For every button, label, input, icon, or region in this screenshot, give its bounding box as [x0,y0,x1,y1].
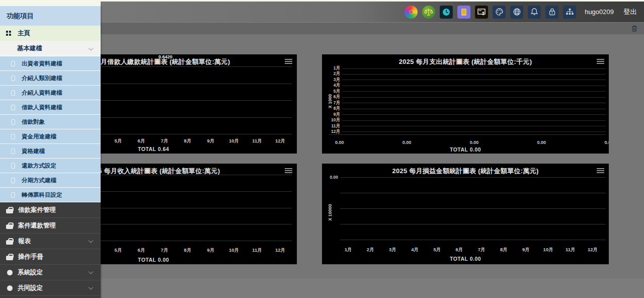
item-box-icon [11,148,15,154]
item-icon [6,238,13,245]
sidebar-submenu-label: 出資者資料建檔 [22,60,62,67]
item-icon [6,254,13,260]
sidebar-dark-label: 共同設定 [18,284,43,292]
sidebar-submenu-item[interactable]: 分期方式建檔 [0,173,101,188]
item-box-icon [11,105,15,110]
sidebar-group-basic[interactable]: 基本建檔 [0,41,101,56]
sidebar-submenu-item[interactable]: 還款方式設定 [0,159,101,173]
sidebar-top-strip [0,0,101,6]
item-box-icon [11,178,15,183]
sidebar-submenu-item[interactable]: 資金用途建檔 [0,129,101,144]
sidebar-dark-item[interactable]: 共同設定 [0,280,101,296]
item-icon [7,270,13,275]
item-icon [6,222,13,229]
username[interactable]: hugo0209 [585,8,614,16]
item-box-icon [11,90,15,96]
y-axis-tick: 0.00 [323,175,338,180]
sidebar-dark-label: 操作手冊 [18,253,43,261]
colorful-logo-icon[interactable]: ♥ [405,6,418,19]
sidebar-submenu-item[interactable]: 借款人資料建檔 [0,100,101,115]
chart-menu-icon[interactable] [597,168,604,174]
chevron-down-icon [89,238,94,243]
trash-icon[interactable] [631,25,638,32]
chart-menu-icon[interactable] [285,168,292,174]
sidebar-group-label: 基本建檔 [17,44,42,53]
chart-menu-icon[interactable] [597,59,604,65]
sidebar-submenu-label: 借款人資料建檔 [22,104,62,111]
sidebar-submenu-label: 介紹人類別建檔 [22,74,62,82]
sidebar-submenu-label: 還款方式設定 [22,162,56,170]
category-rows: 1月2月3月4月5月6月7月8月9月10月11月12月 [329,66,606,135]
y-axis-title: X 10000 [328,201,333,224]
chevron-down-icon [89,285,94,290]
sidebar-dark-item[interactable]: 報表 [0,234,101,249]
sidebar-submenu-label: 介紹人資料建檔 [22,89,62,97]
sidebar-submenu-label: 分期方式建檔 [22,177,56,184]
sidebar-submenu-item[interactable]: 出資者資料建檔 [0,56,101,71]
chart-total: TOTAL 0.00 [322,256,609,262]
sidebar-dark-item[interactable]: 借款案件管理 [0,202,101,218]
sidebar-item-home[interactable]: 主頁 [0,26,101,41]
sidebar-submenu: 出資者資料建檔 介紹人類別建檔 介紹人資料建檔 借款人資料建檔 借款對象 [0,56,101,202]
sidebar-dark-label: 借款案件管理 [18,206,56,214]
item-box-icon [11,163,15,169]
sitemap-icon[interactable] [563,6,576,19]
chevron-down-icon [89,45,94,50]
logout-button[interactable]: 登出 [623,8,637,17]
chart-total: TOTAL 0.00 [322,146,609,153]
item-box-icon [11,134,15,139]
globe-icon[interactable] [510,6,523,19]
sidebar-submenu-item[interactable]: 介紹人類別建檔 [0,71,101,86]
sidebar-dark-section: 借款案件管理 案件還款管理 報表 操作手冊 [0,202,101,296]
sidebar-submenu-item[interactable]: 介紹人資料建檔 [0,86,101,100]
sidebar-submenu-item[interactable]: 轉傳票科目設定 [0,188,101,202]
x-axis-labels: 1月2月3月4月5月6月7月8月9月10月11月12月 [337,247,604,253]
sidebar-submenu-label: 轉傳票科目設定 [22,191,62,199]
bell-icon[interactable] [528,6,541,19]
clock-icon[interactable] [440,6,453,19]
item-box-icon [11,76,15,81]
item-icon [7,285,13,291]
chart-title: 2025 每月支出統計圖表 (統計金額單位:千元) [322,57,609,66]
sidebar-dark-label: 報表 [18,237,31,246]
sidebar-submenu-item[interactable]: 借款對象 [0,115,101,129]
lock-icon[interactable] [545,6,558,19]
palette-icon[interactable] [493,6,506,19]
sidebar-submenu-item[interactable]: 資格建檔 [0,144,101,159]
sidebar-submenu-label: 資金用途建檔 [22,133,56,140]
sidebar-dark-item[interactable]: 系統設定 [0,265,101,280]
chart-title: 2025 每月損益金額統計圖表 (統計金額單位:萬元) [322,167,609,176]
sidebar-submenu-label: 資格建檔 [22,147,45,155]
chevron-down-icon [89,269,94,274]
item-box-icon [11,192,15,198]
home-grid-icon [6,31,12,36]
item-icon [6,207,13,213]
item-box-icon [11,61,15,66]
scales-icon[interactable] [422,6,435,19]
x-axis-ticks: 0.000.000.000.000.00 [335,140,609,145]
sidebar-dark-item[interactable]: 案件還款管理 [0,218,101,234]
sidebar-submenu-label: 借款對象 [22,118,45,126]
sidebar-title: 功能項目 [0,6,101,26]
sidebar: 功能項目 主頁 基本建檔 出資者資料建檔 介紹人類別建檔 介紹人資料建檔 [0,6,101,298]
item-box-icon [11,119,15,125]
sidebar-dark-item[interactable]: 操作手冊 [0,249,101,265]
scroll-icon[interactable] [457,6,470,19]
sidebar-dark-label: 案件還款管理 [18,221,56,230]
sidebar-dark-label: 系統設定 [18,268,43,277]
chart-menu-icon[interactable] [285,59,292,65]
chart-panel-expense: 2025 每月支出統計圖表 (統計金額單位:千元) X 1000 1月2月3月4… [322,54,609,154]
presentation-icon[interactable] [475,6,488,19]
sidebar-item-label: 主頁 [18,29,30,38]
chart-panel-profit: 2025 每月損益金額統計圖表 (統計金額單位:萬元) 0.00 X 10000… [322,164,609,264]
